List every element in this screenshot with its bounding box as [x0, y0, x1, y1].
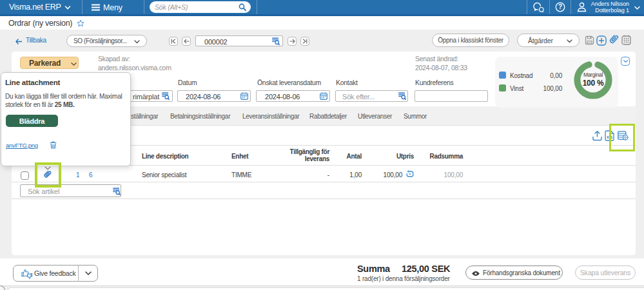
svg-text:?: ? — [558, 3, 562, 10]
